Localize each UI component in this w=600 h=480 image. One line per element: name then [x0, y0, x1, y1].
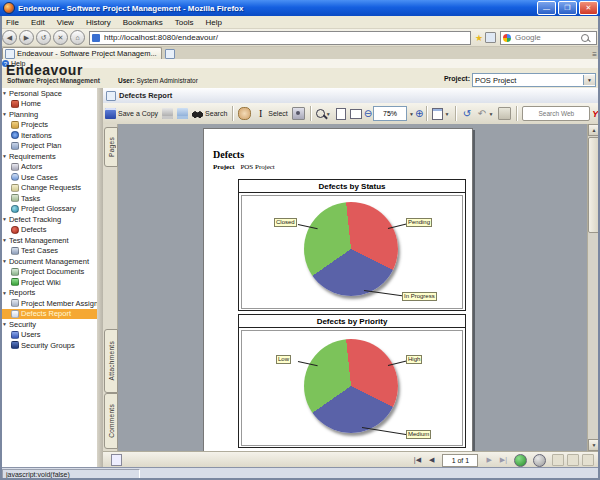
- search-web-input[interactable]: [522, 106, 590, 121]
- tab-list-icon[interactable]: ≡: [592, 50, 597, 59]
- sidebar-item-users[interactable]: Users: [0, 330, 97, 341]
- section-collapse-icon[interactable]: ▼: [2, 90, 7, 96]
- forward-icon[interactable]: ▶: [19, 30, 34, 45]
- sidebar-item-use-cases[interactable]: Use Cases: [0, 172, 97, 183]
- chevron-down-icon[interactable]: ▼: [409, 111, 414, 117]
- first-page-button[interactable]: |◀: [414, 456, 421, 464]
- url-bar[interactable]: [89, 31, 471, 45]
- search-magnifier-icon[interactable]: [581, 34, 589, 42]
- sidebar-item-test-cases[interactable]: Test Cases: [0, 246, 97, 257]
- sidebar-item-project-plan[interactable]: Project Plan: [0, 141, 97, 152]
- section-collapse-icon[interactable]: ▼: [2, 290, 7, 296]
- sidebar-section-reports[interactable]: ▼Reports: [0, 288, 97, 299]
- select-tool-button[interactable]: I Select: [253, 106, 289, 121]
- url-input[interactable]: [102, 32, 470, 43]
- menu-history[interactable]: History: [80, 18, 117, 27]
- sidebar-item-project-wiki[interactable]: Project Wiki: [0, 277, 97, 288]
- sidebar-item-actors[interactable]: Actors: [0, 162, 97, 173]
- stop-icon[interactable]: ✕: [53, 30, 68, 45]
- actual-size-button[interactable]: [334, 106, 348, 121]
- chevron-down-icon[interactable]: ▼: [444, 111, 449, 117]
- sidebar-item-home[interactable]: Home: [0, 99, 97, 110]
- sidebar-section-defect-tracking[interactable]: ▼Defect Tracking: [0, 214, 97, 225]
- sidebar-section-planning[interactable]: ▼Planning: [0, 109, 97, 120]
- zoom-in-icon[interactable]: ⊕: [415, 108, 423, 119]
- save-a-copy-button[interactable]: Save a Copy: [103, 106, 160, 121]
- sidebar-item-defects[interactable]: Defects: [0, 225, 97, 236]
- rotate-view-button[interactable]: ↺: [459, 106, 474, 121]
- web-search-box[interactable]: [500, 31, 597, 45]
- sidebar-item-project-documents[interactable]: Project Documents: [0, 267, 97, 278]
- copy-button[interactable]: [496, 106, 513, 121]
- zoom-out-icon[interactable]: ⊖: [364, 108, 372, 119]
- menu-view[interactable]: View: [51, 18, 80, 27]
- new-tab-icon[interactable]: [165, 49, 175, 59]
- project-label: Project:: [444, 75, 470, 82]
- chevron-down-icon[interactable]: ▼: [583, 75, 595, 85]
- undo-button[interactable]: ↶▼: [474, 106, 496, 121]
- iterations-icon: [11, 131, 19, 139]
- tab-pages[interactable]: Pages: [104, 127, 118, 167]
- section-collapse-icon[interactable]: ▼: [2, 258, 7, 264]
- sidebar-item-project-member-assignments[interactable]: Project Member Assignments: [0, 298, 97, 309]
- previous-view-button[interactable]: [514, 454, 527, 467]
- minimize-button[interactable]: —: [537, 1, 556, 15]
- menu-tools[interactable]: Tools: [169, 18, 200, 27]
- sidebar-item-tasks[interactable]: Tasks: [0, 193, 97, 204]
- sidebar-section-document-management[interactable]: ▼Document Management: [0, 256, 97, 267]
- home-icon[interactable]: ⌂: [70, 30, 85, 45]
- sidebar-item-security-groups[interactable]: Security Groups: [0, 340, 97, 351]
- fit-width-button[interactable]: [348, 106, 364, 121]
- menu-bookmarks[interactable]: Bookmarks: [117, 18, 169, 27]
- sidebar-section-requirements[interactable]: ▼Requirements: [0, 151, 97, 162]
- section-collapse-icon[interactable]: ▼: [2, 111, 7, 117]
- sidebar-section-personal-space[interactable]: ▼Personal Space: [0, 88, 97, 99]
- bookmark-icon[interactable]: [485, 32, 496, 43]
- sidebar-item-projects[interactable]: Projects: [0, 120, 97, 131]
- user-value: System Administrator: [136, 77, 197, 84]
- next-page-button[interactable]: ▶: [486, 456, 491, 464]
- last-page-button[interactable]: ▶|: [500, 456, 507, 464]
- section-collapse-icon[interactable]: ▼: [2, 321, 7, 327]
- next-view-button[interactable]: [533, 454, 546, 467]
- sidebar-item-project-glossary[interactable]: Project Glossary: [0, 204, 97, 215]
- sidebar-item-change-requests[interactable]: Change Requests: [0, 183, 97, 194]
- chevron-down-icon[interactable]: ▼: [488, 111, 493, 117]
- menu-help[interactable]: Help: [199, 18, 227, 27]
- zoom-tool-button[interactable]: ▼: [314, 106, 334, 121]
- page-layout-button[interactable]: ▼: [430, 106, 452, 121]
- sidebar-item-iterations[interactable]: Iterations: [0, 130, 97, 141]
- project-select[interactable]: POS Project ▼: [472, 73, 596, 87]
- print-setup-button[interactable]: [160, 106, 175, 121]
- continuous-view-icon[interactable]: [567, 454, 579, 466]
- pdf-search-button[interactable]: Search: [190, 106, 229, 121]
- snapshot-tool-button[interactable]: [290, 106, 307, 121]
- single-page-view-icon[interactable]: [552, 454, 564, 466]
- menu-edit[interactable]: Edit: [25, 18, 51, 27]
- sidebar-section-test-management[interactable]: ▼Test Management: [0, 235, 97, 246]
- section-collapse-icon[interactable]: ▼: [2, 237, 7, 243]
- print-button[interactable]: [175, 106, 190, 121]
- zoom-level-input[interactable]: [373, 106, 407, 121]
- section-collapse-icon[interactable]: ▼: [2, 153, 7, 159]
- hand-tool-button[interactable]: [236, 106, 253, 121]
- sidebar-item-defects-report[interactable]: Defects Report: [0, 309, 97, 320]
- page-indicator[interactable]: 1 of 1: [442, 454, 478, 467]
- google-search-input[interactable]: [513, 32, 581, 43]
- back-icon[interactable]: ◀: [2, 30, 17, 45]
- section-collapse-icon[interactable]: ▼: [2, 216, 7, 222]
- browser-tab[interactable]: Endeavour - Software Project Managem...: [2, 47, 162, 59]
- sidebar-section-security[interactable]: ▼Security: [0, 319, 97, 330]
- tab-comments[interactable]: Comments: [104, 393, 118, 449]
- tab-attachments[interactable]: Attachments: [104, 329, 118, 393]
- menu-file[interactable]: File: [0, 18, 25, 27]
- bookmark-star-icon[interactable]: ★: [475, 33, 483, 43]
- restore-button[interactable]: ❐: [558, 1, 577, 15]
- facing-view-icon[interactable]: [582, 454, 594, 466]
- reload-icon[interactable]: ↺: [36, 30, 51, 45]
- hand-icon: [238, 107, 251, 120]
- page-thumbnail-icon[interactable]: [111, 454, 122, 466]
- close-button[interactable]: ✕: [579, 1, 598, 15]
- chevron-down-icon[interactable]: ▼: [326, 111, 331, 117]
- previous-page-button[interactable]: ◀: [429, 456, 434, 464]
